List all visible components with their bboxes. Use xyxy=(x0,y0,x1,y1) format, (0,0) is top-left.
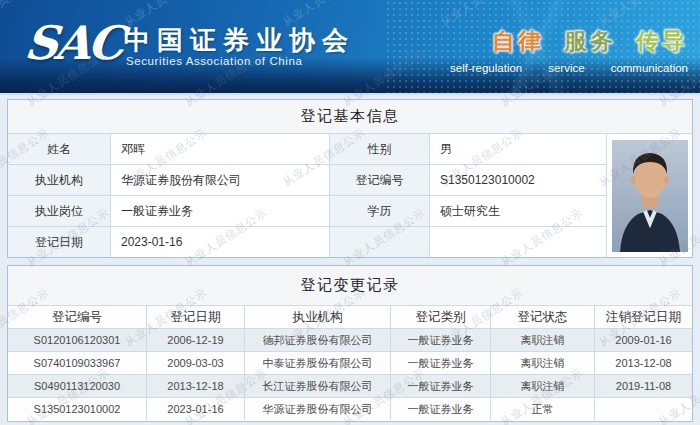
field-label-institution: 执业机构 xyxy=(8,164,111,195)
record-cell: 德邦证券股份有限公司 xyxy=(245,328,391,351)
record-cell: 离职注销 xyxy=(491,328,595,351)
field-label-empty xyxy=(330,226,430,257)
change-records-title: 登记变更记录 xyxy=(8,266,692,305)
slogan-self-regulation-en: self-regulation xyxy=(450,62,522,74)
basic-info-title: 登记基本信息 xyxy=(8,100,692,133)
field-label-position: 执业岗位 xyxy=(8,195,111,226)
sac-logo: SAC xyxy=(22,16,124,70)
field-label-name: 姓名 xyxy=(8,133,111,164)
record-cell: 离职注销 xyxy=(491,351,595,374)
registrant-photo xyxy=(607,133,692,257)
field-value-gender: 男 xyxy=(430,133,607,164)
field-value-education: 硕士研究生 xyxy=(430,195,607,226)
record-cell: 一般证券业务 xyxy=(391,374,491,397)
change-records-table: 登记编号 登记日期 执业机构 登记类别 登记状态 注销登记日期 S0120106… xyxy=(8,305,692,420)
record-cell: 2019-11-08 xyxy=(595,374,692,397)
record-cell: 华源证券股份有限公司 xyxy=(245,397,391,420)
column-header-cancel-date: 注销登记日期 xyxy=(595,305,692,328)
column-header-status: 登记状态 xyxy=(491,305,595,328)
record-cell: 2023-01-16 xyxy=(147,397,245,420)
record-cell: S0120106120301 xyxy=(8,328,147,351)
record-cell: S0490113120030 xyxy=(8,374,147,397)
record-cell: 一般证券业务 xyxy=(391,397,491,420)
site-header: SAC 中国证券业协会 Securities Association of Ch… xyxy=(0,0,700,95)
slogan-communication-cn: 传导 xyxy=(636,26,688,57)
field-value-position: 一般证券业务 xyxy=(111,195,330,226)
field-value-registration-no: S1350123010002 xyxy=(430,164,607,195)
field-value-name: 邓晖 xyxy=(111,133,330,164)
record-cell: 2006-12-19 xyxy=(147,328,245,351)
record-cell: 一般证券业务 xyxy=(391,351,491,374)
record-cell: 离职注销 xyxy=(491,374,595,397)
column-header-registration-date: 登记日期 xyxy=(147,305,245,328)
record-cell: 一般证券业务 xyxy=(391,328,491,351)
change-records-panel: 登记变更记录 登记编号 登记日期 执业机构 登记类别 登记状态 注销登记日期 S… xyxy=(7,265,693,422)
slogan-service-cn: 服务 xyxy=(564,26,616,57)
field-value-registration-date: 2023-01-16 xyxy=(111,226,330,257)
slogan-communication-en: communication xyxy=(611,62,688,74)
field-value-empty xyxy=(430,226,607,257)
column-header-institution: 执业机构 xyxy=(245,305,391,328)
record-cell: 2009-03-03 xyxy=(147,351,245,374)
field-label-gender: 性别 xyxy=(330,133,430,164)
record-cell: 2009-01-16 xyxy=(595,328,692,351)
slogan-service-en: service xyxy=(548,62,584,74)
basic-info-panel: 登记基本信息 姓名 邓晖 性别 男 xyxy=(7,99,693,258)
record-cell: 2013-12-08 xyxy=(595,351,692,374)
field-label-registration-no: 登记编号 xyxy=(330,164,430,195)
record-cell: S0740109033967 xyxy=(8,351,147,374)
record-cell: 长江证券股份有限公司 xyxy=(245,374,391,397)
record-cell xyxy=(595,397,692,420)
record-cell: S1350123010002 xyxy=(8,397,147,420)
slogan-block: 自律 服务 传导 self-regulation service communi… xyxy=(450,26,688,74)
site-title-english: Securities Association of China xyxy=(126,55,303,67)
record-cell: 2013-12-18 xyxy=(147,374,245,397)
slogan-self-regulation-cn: 自律 xyxy=(492,26,544,57)
field-label-registration-date: 登记日期 xyxy=(8,226,111,257)
record-cell: 正常 xyxy=(491,397,595,420)
column-header-registration-no: 登记编号 xyxy=(8,305,147,328)
site-title-chinese: 中国证券业协会 xyxy=(124,23,355,58)
record-cell: 中泰证券股份有限公司 xyxy=(245,351,391,374)
basic-info-table: 姓名 邓晖 性别 男 执业机构 华 xyxy=(8,133,692,257)
column-header-category: 登记类别 xyxy=(391,305,491,328)
field-value-institution: 华源证券股份有限公司 xyxy=(111,164,330,195)
field-label-education: 学历 xyxy=(330,195,430,226)
